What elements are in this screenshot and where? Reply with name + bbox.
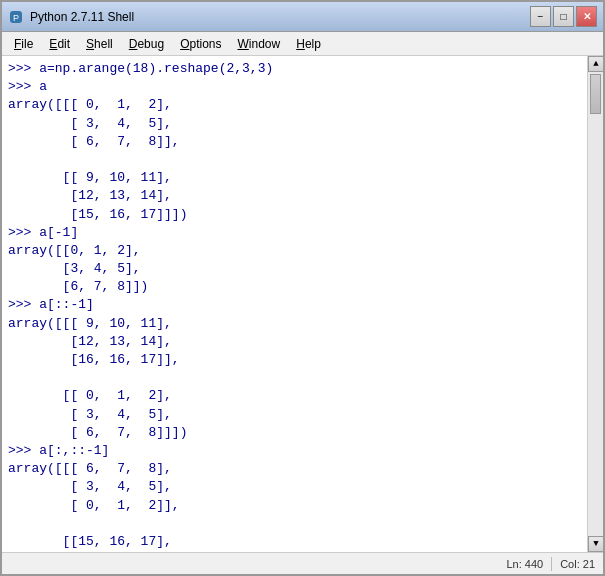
scroll-up-button[interactable]: ▲ <box>588 56 603 72</box>
main-window: P Python 2.7.11 Shell − □ ✕ File Edit Sh… <box>0 0 605 576</box>
menu-bar: File Edit Shell Debug Options Window Hel… <box>2 32 603 56</box>
column-number: Col: 21 <box>560 558 595 570</box>
minimize-button[interactable]: − <box>530 6 551 27</box>
line-number: Ln: 440 <box>506 558 543 570</box>
shell-content[interactable]: >>> a=np.arange(18).reshape(2,3,3) >>> a… <box>2 56 587 552</box>
menu-window[interactable]: Window <box>230 35 289 53</box>
scroll-down-button[interactable]: ▼ <box>588 536 603 552</box>
title-text: Python 2.7.11 Shell <box>30 10 134 24</box>
menu-help[interactable]: Help <box>288 35 329 53</box>
menu-edit[interactable]: Edit <box>41 35 78 53</box>
scroll-thumb[interactable] <box>590 74 601 114</box>
maximize-button[interactable]: □ <box>553 6 574 27</box>
shell-area: >>> a=np.arange(18).reshape(2,3,3) >>> a… <box>2 56 603 552</box>
menu-options[interactable]: Options <box>172 35 229 53</box>
close-button[interactable]: ✕ <box>576 6 597 27</box>
scroll-track[interactable] <box>588 72 603 536</box>
menu-file[interactable]: File <box>6 35 41 53</box>
title-bar: P Python 2.7.11 Shell − □ ✕ <box>2 2 603 32</box>
status-separator <box>551 557 552 571</box>
vertical-scrollbar[interactable]: ▲ ▼ <box>587 56 603 552</box>
python-icon: P <box>8 9 24 25</box>
menu-debug[interactable]: Debug <box>121 35 172 53</box>
menu-shell[interactable]: Shell <box>78 35 121 53</box>
title-bar-left: P Python 2.7.11 Shell <box>8 9 134 25</box>
title-buttons: − □ ✕ <box>530 6 597 27</box>
status-bar: Ln: 440 Col: 21 <box>2 552 603 574</box>
svg-text:P: P <box>13 13 19 23</box>
